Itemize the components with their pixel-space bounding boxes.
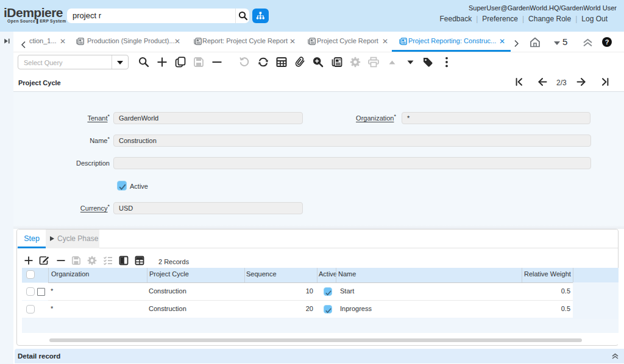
svg-text:?: ?: [605, 38, 609, 46]
